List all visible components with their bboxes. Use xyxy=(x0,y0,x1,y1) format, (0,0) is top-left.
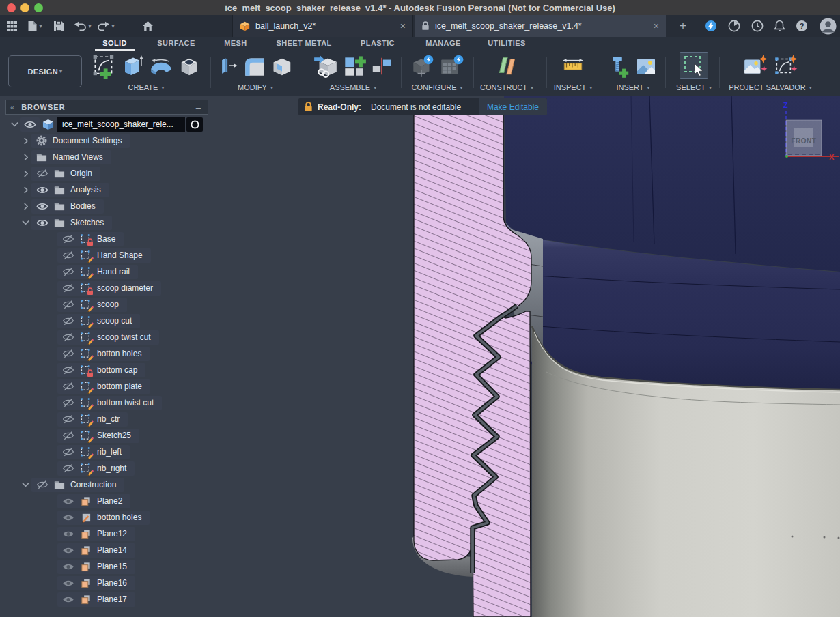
new-tab-button[interactable]: + xyxy=(675,18,691,34)
eye-slash-icon[interactable] xyxy=(62,398,74,407)
chevron-right-icon[interactable] xyxy=(19,137,31,145)
tree-item-sketch25[interactable]: Sketch25 xyxy=(5,427,209,444)
caret-down-icon[interactable]: ▾ xyxy=(460,85,462,91)
create-sketch-icon[interactable] xyxy=(92,53,117,79)
save-button[interactable] xyxy=(46,15,71,37)
extrude-icon[interactable] xyxy=(120,53,145,79)
tree-item-construction-botton-holes[interactable]: botton holes xyxy=(5,509,209,526)
group-label[interactable]: INSPECT xyxy=(554,83,587,91)
new-component-icon[interactable] xyxy=(341,53,367,79)
insert-derive-icon[interactable] xyxy=(313,53,339,79)
history-clock-icon[interactable] xyxy=(751,20,764,35)
group-label[interactable]: CREATE xyxy=(128,83,158,91)
tree-item-plane15[interactable]: Plane15 xyxy=(5,558,209,575)
fillet-icon[interactable] xyxy=(242,53,268,79)
tab-solid[interactable]: SOLID xyxy=(102,39,127,47)
caret-down-icon[interactable]: ▾ xyxy=(374,85,376,91)
root-component-name[interactable]: ice_melt_scoop_shaker_rele... xyxy=(57,117,185,132)
caret-down-icon[interactable]: ▾ xyxy=(161,85,164,91)
caret-down-icon[interactable]: ▾ xyxy=(88,23,91,29)
tree-item-named-views[interactable]: Named Views xyxy=(5,149,209,165)
eye-slash-icon[interactable] xyxy=(62,431,74,440)
group-label[interactable]: CONSTRUCT xyxy=(480,83,527,91)
caret-down-icon[interactable]: ▾ xyxy=(709,85,712,91)
eye-slash-icon[interactable] xyxy=(36,480,48,489)
group-label[interactable]: CONFIGURE xyxy=(411,83,456,91)
measure-icon[interactable] xyxy=(560,53,586,79)
eye-dim-icon[interactable] xyxy=(62,530,74,539)
eye-slash-icon[interactable] xyxy=(36,169,48,178)
tree-item-document-settings[interactable]: Document Settings xyxy=(5,132,209,149)
panel-collapse-icon[interactable]: « xyxy=(10,103,14,111)
help-icon[interactable]: ? xyxy=(796,20,808,35)
press-pull-icon[interactable] xyxy=(217,53,239,79)
joint-icon[interactable] xyxy=(370,53,393,79)
new-file-button[interactable]: ▾ xyxy=(23,15,46,37)
eye-slash-icon[interactable] xyxy=(62,447,74,457)
tab-manage[interactable]: MANAGE xyxy=(425,39,460,47)
app-grid-icon[interactable] xyxy=(0,15,23,37)
eye-slash-icon[interactable] xyxy=(62,316,74,326)
construction-plane-icon[interactable] xyxy=(493,53,520,79)
eye-slash-icon[interactable] xyxy=(62,283,74,293)
chevron-down-icon[interactable] xyxy=(19,482,31,487)
eye-slash-icon[interactable] xyxy=(62,267,74,276)
tree-item-sketch-scoop[interactable]: scoop xyxy=(5,296,209,313)
document-tab-ball-launch[interactable]: ball_launch_v2* × xyxy=(232,15,413,37)
group-label[interactable]: PROJECT SALVADOR xyxy=(729,83,805,91)
tree-item-sketch-scoop-cut[interactable]: scoop cut xyxy=(5,313,209,329)
model-viewport[interactable]: Z FRONT X Read-Only: Document is not edi… xyxy=(0,96,840,617)
tab-sheet-metal[interactable]: SHEET METAL xyxy=(276,39,331,47)
tree-item-sketch-rib-right[interactable]: rib_right xyxy=(5,460,209,476)
tree-item-plane2[interactable]: Plane2 xyxy=(5,493,209,509)
caret-down-icon[interactable]: ▾ xyxy=(531,85,533,91)
eye-icon[interactable] xyxy=(36,202,48,211)
tree-item-plane17[interactable]: Plane17 xyxy=(5,591,209,607)
tree-item-plane16[interactable]: Plane16 xyxy=(5,575,209,591)
extensions-icon[interactable] xyxy=(728,20,740,35)
eye-dim-icon[interactable] xyxy=(62,513,74,522)
job-status-icon[interactable] xyxy=(705,20,717,35)
tree-item-sketch-bottom-cap[interactable]: bottom cap xyxy=(5,362,209,378)
group-label[interactable]: ASSEMBLE xyxy=(330,83,370,91)
group-label[interactable]: INSERT xyxy=(616,83,643,91)
eye-slash-icon[interactable] xyxy=(62,463,74,473)
eye-slash-icon[interactable] xyxy=(62,250,74,260)
tree-item-plane12[interactable]: Plane12 xyxy=(5,526,209,542)
eye-slash-icon[interactable] xyxy=(62,300,74,309)
tab-utilities[interactable]: UTILITIES xyxy=(488,39,526,47)
eye-slash-icon[interactable] xyxy=(62,382,74,391)
tree-item-origin[interactable]: Origin xyxy=(5,165,209,182)
eye-slash-icon[interactable] xyxy=(62,349,74,358)
eye-icon[interactable] xyxy=(36,218,48,227)
eye-dim-icon[interactable] xyxy=(62,497,74,506)
tree-item-sketch-bottom-plate[interactable]: bottom plate xyxy=(5,378,209,394)
notifications-bell-icon[interactable] xyxy=(774,20,785,35)
eye-dim-icon[interactable] xyxy=(62,579,74,588)
eye-dim-icon[interactable] xyxy=(62,595,74,604)
eye-slash-icon[interactable] xyxy=(62,414,74,424)
shell-icon[interactable] xyxy=(270,53,294,79)
caret-down-icon[interactable]: ▾ xyxy=(589,85,592,91)
redo-button[interactable]: ▾ xyxy=(94,15,117,37)
tree-item-sketch-rib-left[interactable]: rib_left xyxy=(5,444,209,460)
eye-dim-icon[interactable] xyxy=(62,546,74,555)
tab-plastic[interactable]: PLASTIC xyxy=(361,39,395,47)
tree-item-root-component[interactable]: ice_melt_scoop_shaker_rele... xyxy=(5,116,209,132)
tree-item-sketch-scoop-diameter[interactable]: scoop diameter xyxy=(5,280,209,296)
caret-down-icon[interactable]: ▾ xyxy=(809,85,812,91)
tree-item-sketch-bottom-twist-cut[interactable]: bottom twist cut xyxy=(5,394,209,411)
tab-surface[interactable]: SURFACE xyxy=(157,39,195,47)
eye-slash-icon[interactable] xyxy=(62,332,74,342)
document-tab-ice-melt-scoop[interactable]: ice_melt_scoop_shaker_release_v1.4* × xyxy=(415,15,666,37)
chevron-down-icon[interactable] xyxy=(19,220,31,225)
configuration-icon[interactable] xyxy=(410,53,436,79)
chevron-right-icon[interactable] xyxy=(19,203,31,210)
chevron-right-icon[interactable] xyxy=(19,186,31,194)
configuration-table-icon[interactable] xyxy=(438,53,464,79)
visibility-toggle[interactable] xyxy=(20,117,40,132)
chevron-right-icon[interactable] xyxy=(19,154,31,161)
tree-item-sketches[interactable]: Sketches xyxy=(5,214,209,231)
tab-mesh[interactable]: MESH xyxy=(224,39,247,47)
make-editable-button[interactable]: Make Editable xyxy=(479,98,547,115)
